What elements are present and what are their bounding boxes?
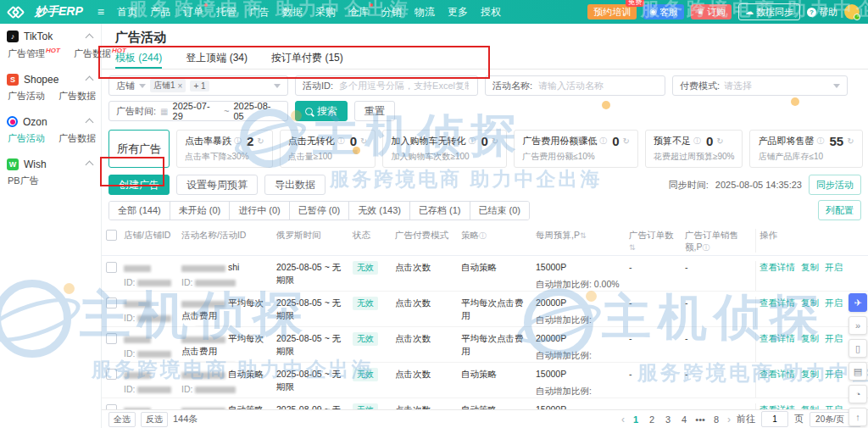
sidebar-item-wish-pb-ads[interactable]: PB广告 (8, 175, 39, 187)
copy-link[interactable]: 复制 (801, 261, 819, 291)
nav-item-ads[interactable]: 广告 (249, 5, 270, 19)
goto-page-input[interactable] (761, 411, 788, 427)
export-data-button[interactable]: 导出数据 (264, 175, 326, 195)
alert-card[interactable]: 广告费用份额骤低 ⓘ 0 ↻ 广告费用份额≤10% (514, 130, 638, 168)
alert-card[interactable]: 点击率暴跌 ⓘ 2 ↻ 点击率下降≥30% (176, 130, 273, 168)
page-number[interactable]: 8 (711, 414, 721, 425)
expand-float-button[interactable]: » (849, 316, 867, 335)
sidebar-section-ozon[interactable]: Ozon (0, 109, 101, 132)
filter-link-icon[interactable]: ↻ (847, 136, 854, 146)
nav-item-distribution[interactable]: 分销 (381, 5, 402, 19)
filter-link-icon[interactable]: ↻ (492, 136, 498, 146)
page-number[interactable]: 4 (679, 414, 689, 425)
alert-card[interactable]: 产品即将售罄 ⓘ 55 ↻ 店铺产品库存≤10 (749, 130, 862, 168)
filter-link-icon[interactable]: ↻ (716, 136, 723, 146)
tab-pay-per-order[interactable]: 按订单付费 (15) (271, 51, 343, 69)
status-tab[interactable]: 已结束 (0) (470, 202, 530, 220)
next-page-icon[interactable]: › (727, 414, 731, 425)
select-all-button[interactable]: 全选 (108, 412, 136, 427)
sidebar-item-ozon-ad-data[interactable]: 广告数据 (58, 132, 96, 145)
column-config-button[interactable]: 列配置 (818, 200, 861, 220)
page-number[interactable]: 1 (631, 414, 641, 425)
nav-item-data[interactable]: 数据 (282, 5, 303, 19)
nav-item-warehouse[interactable]: 仓库 (348, 5, 369, 19)
alert-card[interactable]: 预算不足 ⓘ 0 ↻ 花费超过周预算≥90% (645, 130, 743, 168)
history-float-button[interactable]: ◔ (849, 385, 867, 403)
enable-link[interactable]: 开启 (825, 297, 843, 326)
row-checkbox[interactable] (106, 333, 117, 344)
filter-link-icon[interactable]: ↻ (257, 136, 264, 146)
all-ads-card[interactable]: 所有广告 (108, 130, 170, 168)
status-tab[interactable]: 全部 (144) (109, 202, 170, 220)
sidebar-item-tiktok-ad-manage[interactable]: 广告管理HOT (8, 47, 60, 60)
alert-card[interactable]: 加入购物车无转化 ⓘ 0 ↻ 加入购物车次数≥100 (382, 130, 507, 168)
alert-card[interactable]: 点击无转化 ⓘ 0 ↻ 点击量≥100 (280, 130, 376, 168)
nav-item-product[interactable]: 产品 (150, 5, 170, 19)
sidebar-section-wish[interactable]: W Wish (0, 152, 101, 175)
nav-item-hosting[interactable]: 托管 (216, 5, 236, 19)
view-details-link[interactable]: 查看详情 (760, 261, 795, 291)
row-checkbox[interactable] (106, 297, 117, 308)
sidebar-item-ozon-campaigns[interactable]: 广告活动 (8, 132, 45, 145)
view-details-link[interactable]: 查看详情 (760, 368, 795, 397)
subscribe-button[interactable]: ♛订购 (691, 4, 732, 19)
nav-item-logistics[interactable]: 物流 (415, 5, 435, 19)
back-to-top-float-button[interactable]: ↑ (849, 408, 867, 426)
view-details-link[interactable]: 查看详情 (760, 332, 795, 362)
customer-service-button[interactable]: ◉客服 (643, 4, 684, 19)
filter-link-icon[interactable]: ↻ (360, 136, 367, 146)
set-weekly-budget-button[interactable]: 设置每周预算 (176, 175, 258, 195)
guide-float-button[interactable]: ▤ (849, 362, 867, 381)
sidebar-item-shopee-campaigns[interactable]: 广告活动 (8, 90, 45, 103)
tab-top-position[interactable]: 登上顶端 (34) (186, 51, 248, 69)
page-number[interactable]: 2 (647, 414, 657, 425)
nav-item-authorization[interactable]: 授权 (481, 5, 501, 19)
help-button[interactable]: ?帮助 (807, 6, 837, 19)
row-checkbox[interactable] (106, 369, 117, 380)
nav-item-home[interactable]: 首页 (117, 5, 137, 19)
copy-link[interactable]: 复制 (801, 332, 819, 362)
prev-page-icon[interactable]: ‹ (621, 414, 625, 425)
mobile-app-float-button[interactable]: ▯ (849, 339, 867, 358)
feedback-float-button[interactable]: ✈ (849, 293, 867, 312)
user-avatar[interactable] (844, 4, 860, 19)
status-tab[interactable]: 未开始 (0) (170, 202, 231, 220)
reset-button[interactable]: 重置 (354, 101, 395, 121)
status-tab[interactable]: 已存档 (1) (410, 202, 470, 220)
status-tab[interactable]: 已暂停 (0) (290, 202, 350, 220)
status-tab[interactable]: 进行中 (0) (230, 202, 290, 220)
copy-link[interactable]: 复制 (801, 297, 819, 326)
view-details-link[interactable]: 查看详情 (760, 297, 795, 326)
sidebar-section-shopee[interactable]: S Shopee (0, 67, 101, 90)
row-checkbox[interactable] (106, 262, 117, 273)
pay-mode-select[interactable]: 付费模式: 请选择 (672, 75, 848, 96)
create-ad-button[interactable]: 创建广告 (108, 175, 170, 195)
search-button[interactable]: 搜索 (295, 101, 348, 121)
menu-collapse-icon[interactable]: ≡ (97, 5, 104, 19)
campaign-id-input[interactable] (337, 80, 470, 92)
data-sync-button[interactable]: ☁数据同步 (738, 3, 800, 20)
sidebar-section-tiktok[interactable]: ♪ TikTok (0, 24, 101, 47)
select-all-checkbox[interactable] (106, 230, 117, 241)
invert-selection-button[interactable]: 反选 (141, 412, 168, 427)
nav-item-order[interactable]: 订单 (183, 5, 203, 19)
sort-icon[interactable]: ⇅ (629, 243, 636, 252)
shop-filter-select[interactable]: 店铺 店铺1× + 1 (108, 75, 288, 96)
ad-time-range-picker[interactable]: 广告时间: ▦ 2025-07-29 ~ 2025-08-05 (108, 101, 288, 121)
filter-link-icon[interactable]: ↻ (623, 136, 630, 146)
sidebar-item-tiktok-ad-data[interactable]: 广告数据HOT (74, 47, 126, 60)
header-budget[interactable]: 每周预算,P⇅ (532, 229, 626, 241)
nav-item-more[interactable]: 更多 (448, 5, 468, 19)
enable-link[interactable]: 开启 (825, 332, 843, 362)
remove-tag-icon[interactable]: × (178, 81, 183, 91)
campaign-name-input[interactable] (537, 80, 658, 92)
status-tab[interactable]: 无效 (143) (349, 202, 410, 220)
header-orders[interactable]: 广告订单数⇅ (626, 229, 682, 253)
copy-link[interactable]: 复制 (801, 368, 819, 397)
page-number[interactable]: 3 (663, 414, 673, 425)
sync-campaigns-button[interactable]: 同步活动 (809, 175, 861, 195)
nav-item-purchase[interactable]: 采购 (315, 5, 336, 19)
enable-link[interactable]: 开启 (825, 368, 843, 397)
training-button[interactable]: 预约培训免费 (587, 4, 637, 19)
enable-link[interactable]: 开启 (825, 261, 843, 291)
